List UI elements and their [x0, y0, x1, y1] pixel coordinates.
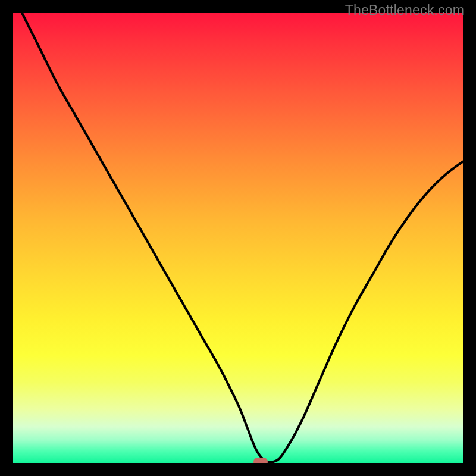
watermark-text: TheBottleneck.com [345, 2, 464, 18]
line-curve [13, 13, 463, 463]
chart-frame: TheBottleneck.com [0, 0, 476, 476]
minimum-marker [253, 458, 268, 463]
plot-area [13, 13, 463, 463]
curve-path [22, 13, 463, 462]
